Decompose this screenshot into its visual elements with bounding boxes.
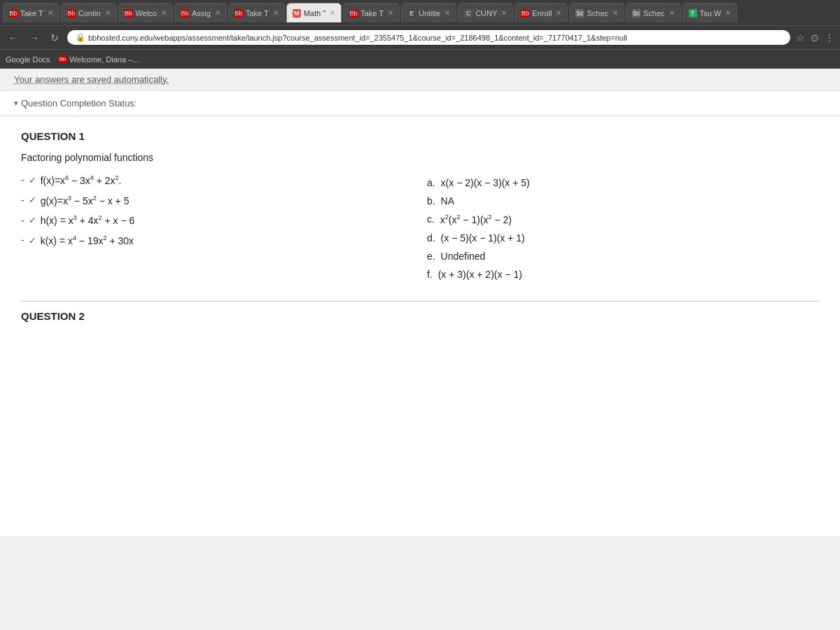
tab-favicon-assig: Bb [181,9,189,18]
tab-favicon-cuny: C [464,9,472,18]
function-dash-k: - [21,234,24,246]
tab-enrol[interactable]: Bb Enroll ✕ [514,3,568,22]
bookmark-google-docs[interactable]: Google Docs [6,55,50,64]
tab-close-sched2[interactable]: ✕ [669,9,675,17]
tab-close-math[interactable]: ✕ [330,9,335,17]
tab-label-take1: Take T [20,9,43,18]
back-button[interactable]: ← [6,31,21,45]
tab-favicon-welco: Bb [125,9,133,18]
tab-label-assig: Assig [192,9,211,18]
tab-label-sched1: Schec [587,9,608,18]
tab-math[interactable]: M Math " ✕ [286,3,342,22]
reload-button[interactable]: ↻ [48,31,62,45]
tab-favicon-sched1: Sc [575,9,584,18]
tab-contin[interactable]: Bb Contin ✕ [61,3,117,22]
answer-label-a: a. [427,177,435,188]
function-item-f[interactable]: - ✓ f(x)=x6 − 3x4 + 2x2. [21,174,413,186]
tab-sched2[interactable]: Sc Schec ✕ [626,3,681,22]
function-dash-g: - [21,195,24,206]
tab-label-take3: Take T [360,9,384,18]
tab-assig[interactable]: Bb Assig ✕ [174,3,227,22]
function-item-g[interactable]: - ✓ g(x)=x3 − 5x2 − x + 5 [21,195,413,206]
answer-label-e: e. [427,251,435,262]
url-text: bbhosted.cuny.edu/webapps/assessment/tak… [88,34,627,42]
function-check-f: ✓ [29,175,36,186]
function-dash-f: - [21,174,24,186]
tab-close-take3[interactable]: ✕ [388,9,393,17]
tab-close-untitl[interactable]: ✕ [444,9,450,17]
tab-label-sched2: Schec [643,9,665,18]
tab-label-math: Math " [304,9,326,18]
menu-icon[interactable]: ⋮ [825,32,834,43]
url-bar[interactable]: 🔒 bbhosted.cuny.edu/webapps/assessment/t… [67,30,790,45]
tab-favicon-take3: Bb [349,9,358,18]
answer-item-e[interactable]: e. Undefined [427,251,819,262]
answers-list: a. x(x − 2)(x − 3)(x + 5) b. NA c. x2(x2… [427,174,819,280]
answer-item-a[interactable]: a. x(x − 2)(x − 3)(x + 5) [427,177,819,188]
answer-text-f: (x + 3)(x + 2)(x − 1) [435,269,522,280]
tab-favicon-untitl: E [407,9,416,18]
answer-label-c: c. [427,214,435,225]
tab-close-enrol[interactable]: ✕ [556,9,561,17]
forward-button[interactable]: → [27,31,42,45]
bookmark-welcome[interactable]: Bb Welcome, Diana –... [59,55,139,64]
tab-label-enrol: Enroll [532,9,552,18]
answer-text-e: Undefined [438,251,486,262]
profile-icon[interactable]: ⊙ [811,32,819,43]
bookmarks-bar: Google Docs Bb Welcome, Diana –... [0,49,840,69]
bookmark-star-icon[interactable]: ☆ [796,32,805,43]
tab-close-take2[interactable]: ✕ [273,9,279,17]
tab-take3[interactable]: Bb Take T ✕ [343,3,400,22]
tab-favicon-tsu: T [689,9,697,18]
answer-item-b[interactable]: b. NA [427,195,819,206]
function-text-h: h(x) = x3 + 4x2 + x − 6 [41,214,135,226]
tab-label-tsu: Tsu W [700,9,722,18]
function-item-k[interactable]: - ✓ k(x) = x4 − 19x2 + 30x [21,234,413,246]
collapse-arrow-icon: ▾ [14,99,18,108]
tab-welco[interactable]: Bb Welco ✕ [118,3,173,22]
tab-close-contin[interactable]: ✕ [105,9,111,17]
function-text-g: g(x)=x3 − 5x2 − x + 5 [41,195,130,206]
page-content: Your answers are saved automatically. ▾ … [0,69,840,630]
question-1-title: Factoring polynomial functions [21,152,819,163]
main-content: QUESTION 1 Factoring polynomial function… [0,116,840,536]
answer-item-f[interactable]: f. (x + 3)(x + 2)(x − 1) [427,269,819,280]
answer-item-c[interactable]: c. x2(x2 − 1)(x2 − 2) [427,214,819,225]
tab-take1[interactable]: Bb Take T ✕ [3,3,59,22]
answer-item-d[interactable]: d. (x − 5)(x − 1)(x + 1) [427,232,819,244]
tab-take2[interactable]: Bb Take T ✕ [228,3,285,22]
tab-favicon-take2: Bb [234,9,243,18]
tab-untitl[interactable]: E Untitle ✕ [401,3,456,22]
answer-text-d: (x − 5)(x − 1)(x + 1) [438,232,525,244]
bookmark-google-docs-label: Google Docs [6,55,50,64]
function-item-h[interactable]: - ✓ h(x) = x3 + 4x2 + x − 6 [21,214,413,226]
answer-label-b: b. [427,195,435,206]
question-1-header: QUESTION 1 [21,130,819,142]
tab-close-assig[interactable]: ✕ [215,9,220,17]
tab-bar: Bb Take T ✕ Bb Contin ✕ Bb Welco ✕ Bb As… [0,0,840,25]
tab-label-contin: Contin [78,9,101,18]
question-1-body: - ✓ f(x)=x6 − 3x4 + 2x2. - ✓ g(x)=x3 − 5… [21,174,819,280]
tab-tsu[interactable]: T Tsu W ✕ [682,3,738,22]
tab-close-sched1[interactable]: ✕ [612,9,618,17]
question-2-header: QUESTION 2 [21,310,819,322]
tab-label-untitl: Untitle [419,9,440,18]
browser-chrome: Bb Take T ✕ Bb Contin ✕ Bb Welco ✕ Bb As… [0,0,840,69]
function-check-k: ✓ [29,235,36,246]
tab-cuny[interactable]: C CUNY ✕ [458,3,513,22]
tab-close-take1[interactable]: ✕ [48,9,53,17]
tab-favicon-take1: Bb [9,9,18,18]
tab-label-take2: Take T [246,9,269,18]
function-text-f: f(x)=x6 − 3x4 + 2x2. [41,174,122,186]
function-dash-h: - [21,215,24,226]
bookmark-welcome-label: Welcome, Diana –... [70,55,139,64]
tab-close-cuny[interactable]: ✕ [501,9,507,17]
tab-favicon-contin: Bb [67,9,76,18]
tab-close-tsu[interactable]: ✕ [725,9,731,17]
answer-text-b: NA [438,195,454,206]
answer-label-f: f. [427,269,433,280]
address-bar: ← → ↻ 🔒 bbhosted.cuny.edu/webapps/assess… [0,25,840,49]
tab-sched1[interactable]: Sc Schec ✕ [569,3,624,22]
question-completion-status[interactable]: ▾ Question Completion Status: [0,91,840,116]
tab-close-welco[interactable]: ✕ [161,9,167,17]
